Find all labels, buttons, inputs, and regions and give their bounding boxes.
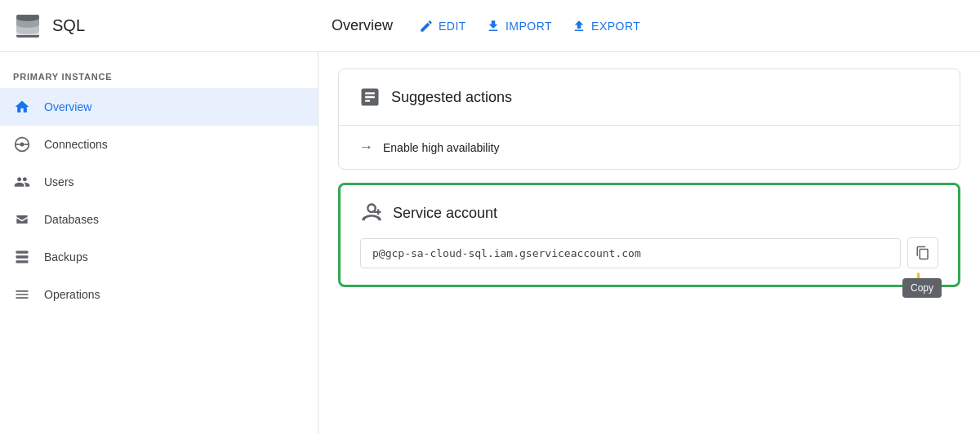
main-content: Suggested actions → Enable high availabi… bbox=[318, 52, 980, 434]
svg-point-13 bbox=[20, 143, 24, 147]
copy-button-wrapper: ☝ Copy bbox=[907, 237, 938, 268]
import-icon bbox=[486, 19, 501, 33]
suggested-actions-icon bbox=[359, 86, 381, 108]
sidebar-section-label: PRIMARY INSTANCE bbox=[0, 65, 318, 88]
header-actions: EDIT IMPORT EXPORT bbox=[419, 19, 640, 33]
svg-point-9 bbox=[16, 15, 39, 21]
sidebar: PRIMARY INSTANCE Overview Connections Us… bbox=[0, 52, 318, 434]
high-availability-label: Enable high availability bbox=[383, 141, 499, 154]
sidebar-item-overview-label: Overview bbox=[44, 100, 91, 113]
operations-icon bbox=[13, 286, 31, 303]
users-icon bbox=[13, 173, 31, 191]
header-nav: Overview EDIT IMPORT EXPORT bbox=[332, 17, 967, 34]
sql-logo-icon bbox=[13, 11, 42, 41]
svg-point-11 bbox=[16, 28, 39, 34]
logo-area: SQL bbox=[13, 11, 332, 41]
export-button[interactable]: EXPORT bbox=[572, 19, 640, 33]
copy-tooltip: Copy bbox=[902, 278, 942, 298]
service-account-icon bbox=[360, 202, 383, 224]
service-account-title: Service account bbox=[393, 205, 497, 222]
copy-icon bbox=[915, 246, 930, 260]
svg-rect-17 bbox=[16, 255, 29, 258]
arrow-right-icon: → bbox=[359, 139, 373, 156]
body-area: PRIMARY INSTANCE Overview Connections Us… bbox=[0, 52, 980, 434]
high-availability-item[interactable]: → Enable high availability bbox=[339, 126, 960, 169]
connections-icon bbox=[13, 135, 31, 153]
service-account-email-input[interactable] bbox=[360, 238, 901, 268]
svg-rect-16 bbox=[16, 251, 29, 254]
sidebar-item-databases[interactable]: Databases bbox=[0, 201, 318, 238]
suggested-actions-card: Suggested actions → Enable high availabi… bbox=[338, 69, 960, 170]
sidebar-item-backups[interactable]: Backups bbox=[0, 238, 318, 276]
backups-icon bbox=[13, 248, 31, 266]
edit-button[interactable]: EDIT bbox=[419, 19, 466, 33]
cursor-icon: ☝ bbox=[905, 272, 925, 291]
sidebar-item-databases-label: Databases bbox=[44, 213, 99, 226]
svg-rect-20 bbox=[377, 209, 379, 215]
copy-button[interactable] bbox=[907, 237, 938, 268]
sidebar-item-users[interactable]: Users bbox=[0, 163, 318, 201]
sidebar-item-connections-label: Connections bbox=[44, 138, 108, 151]
sidebar-item-overview[interactable]: Overview bbox=[0, 88, 318, 126]
sidebar-item-connections[interactable]: Connections bbox=[0, 126, 318, 163]
svg-point-10 bbox=[16, 21, 39, 28]
service-input-row: ☝ Copy bbox=[360, 237, 938, 268]
header-nav-title: Overview bbox=[332, 17, 393, 34]
service-account-header: Service account bbox=[360, 202, 938, 224]
edit-icon bbox=[419, 19, 434, 33]
app-title: SQL bbox=[52, 16, 85, 35]
suggested-actions-title: Suggested actions bbox=[391, 89, 512, 106]
sidebar-item-operations[interactable]: Operations bbox=[0, 276, 318, 313]
top-header: SQL Overview EDIT IMPORT EXPORT bbox=[0, 0, 980, 52]
overview-icon bbox=[13, 98, 31, 116]
export-icon bbox=[572, 19, 586, 33]
databases-icon bbox=[13, 210, 31, 228]
import-button[interactable]: IMPORT bbox=[486, 19, 552, 33]
service-account-card: Service account ☝ Copy bbox=[338, 183, 960, 287]
sidebar-item-users-label: Users bbox=[44, 175, 74, 188]
svg-rect-18 bbox=[16, 260, 29, 263]
sidebar-item-operations-label: Operations bbox=[44, 288, 100, 301]
suggested-actions-header: Suggested actions bbox=[339, 69, 960, 125]
sidebar-item-backups-label: Backups bbox=[44, 250, 88, 264]
